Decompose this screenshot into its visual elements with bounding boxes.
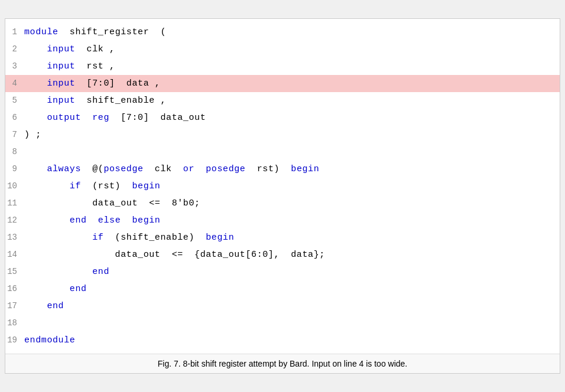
code-line: 14 data_out <= {data_out[6:0], data}; [5,246,560,263]
line-number: 5 [5,92,22,109]
line-number: 13 [5,229,22,246]
line-content: ) ; [22,126,560,143]
code-line: 13 if (shift_enable) begin [5,229,560,246]
line-content: end [22,298,560,315]
code-line: 11 data_out <= 8'b0; [5,195,560,212]
line-number: 15 [5,263,22,280]
code-area: 1module shift_register (2 input clk ,3 i… [5,19,560,354]
line-content: if (rst) begin [22,178,560,195]
line-content: end [22,280,560,298]
line-number: 3 [5,58,22,75]
code-line: 10 if (rst) begin [5,178,560,195]
line-content: module shift_register ( [22,24,560,41]
figure-container: 1module shift_register (2 input clk ,3 i… [5,18,560,374]
code-line: 18 [5,315,560,332]
line-number: 14 [5,246,22,263]
line-content: input rst , [22,58,560,75]
line-number: 19 [5,332,22,349]
line-content: data_out <= 8'b0; [22,195,560,212]
line-content: input shift_enable , [22,92,560,109]
code-line: 9 always @(posedge clk or posedge rst) b… [5,161,560,178]
code-line: 8 [5,143,560,161]
code-line: 19endmodule [5,332,560,349]
code-line: 4 input [7:0] data , [5,75,560,92]
line-content: data_out <= {data_out[6:0], data}; [22,246,560,263]
line-content: end else begin [22,212,560,229]
code-line: 6 output reg [7:0] data_out [5,109,560,126]
line-number: 7 [5,126,22,143]
line-content: input [7:0] data , [22,75,560,92]
line-content: endmodule [22,332,560,349]
line-number: 16 [5,280,22,298]
code-line: 16 end [5,280,560,298]
line-content: input clk , [22,41,560,58]
code-line: 7) ; [5,126,560,143]
line-content: end [22,263,560,280]
figure-caption: Fig. 7. 8-bit shift register attempt by … [5,354,560,373]
code-line: 17 end [5,298,560,315]
line-content: always @(posedge clk or posedge rst) beg… [22,161,560,178]
line-content: if (shift_enable) begin [22,229,560,246]
line-number: 17 [5,298,22,315]
code-line: 12 end else begin [5,212,560,229]
line-content: output reg [7:0] data_out [22,109,560,126]
code-line: 3 input rst , [5,58,560,75]
line-number: 8 [5,143,22,161]
line-number: 1 [5,24,22,41]
line-number: 18 [5,315,22,332]
line-number: 4 [5,75,22,92]
line-number: 9 [5,161,22,178]
code-line: 15 end [5,263,560,280]
code-line: 1module shift_register ( [5,24,560,41]
line-number: 12 [5,212,22,229]
line-number: 6 [5,109,22,126]
code-line: 2 input clk , [5,41,560,58]
line-number: 10 [5,178,22,195]
line-number: 11 [5,195,22,212]
line-number: 2 [5,41,22,58]
code-line: 5 input shift_enable , [5,92,560,109]
